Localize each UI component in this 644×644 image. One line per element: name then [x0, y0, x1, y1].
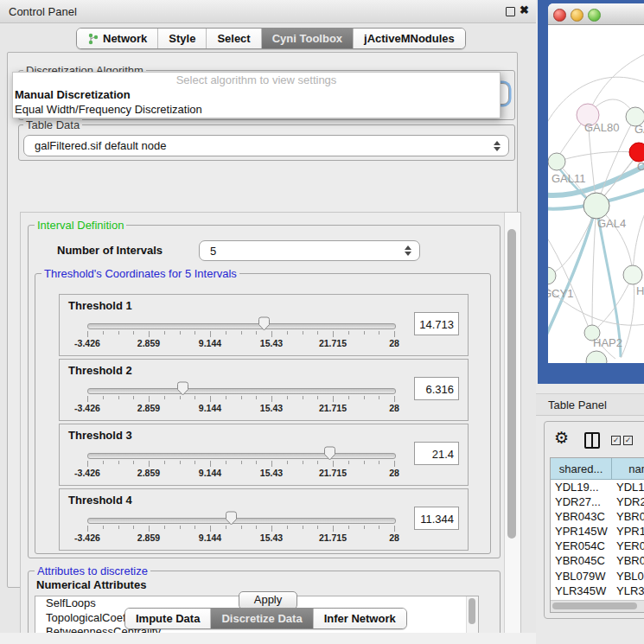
threshold-value-field[interactable]: 6.316 [414, 377, 459, 400]
gear-icon[interactable]: ⚙ [554, 428, 569, 447]
threshold-label: Threshold 1 [68, 299, 132, 312]
table-row[interactable]: YDL19...YDL19... [551, 480, 644, 494]
network-node[interactable] [623, 265, 642, 284]
tab-discretize-data[interactable]: Discretize Data [210, 609, 312, 628]
window-bottom-strip [0, 633, 536, 644]
threshold-value-field[interactable]: 11.344 [414, 507, 459, 530]
network-node[interactable] [548, 153, 565, 170]
table-cell[interactable]: YBR045C [551, 553, 612, 568]
network-edge[interactable] [557, 151, 631, 162]
table-cell[interactable]: YER054C [612, 539, 644, 553]
slider-track[interactable] [87, 453, 396, 459]
screen: Control Panel ✖ NetworkStyleSelectCyni T… [0, 0, 644, 644]
network-node-label: HAP2 [593, 336, 622, 349]
table-row[interactable]: YBR045CYBR045C [551, 553, 644, 568]
attributes-list-scrollbar[interactable] [466, 596, 478, 638]
slider-thumb[interactable] [176, 381, 189, 396]
table-cell[interactable]: YBL079W [551, 569, 612, 583]
table-cell[interactable]: YDL19... [612, 480, 644, 494]
table-cell[interactable]: YDR27... [612, 494, 644, 509]
table-horizontal-scrollbar[interactable] [551, 600, 644, 612]
window-title: Control Panel [9, 5, 77, 18]
table-column-header[interactable]: name [612, 458, 644, 480]
slider-ticks [87, 526, 394, 532]
tab-style[interactable]: Style [157, 29, 206, 48]
dropdown-placeholder: Select algorithm to view settings [13, 73, 500, 87]
number-of-intervals-combobox[interactable]: 5 [199, 240, 420, 261]
tab-label: Style [169, 32, 195, 45]
network-node-label: GCY1 [548, 287, 573, 300]
control-panel-tabs: NetworkStyleSelectCyni ToolboxjActiveMNo… [76, 28, 466, 49]
settings-vertical-scrollbar[interactable] [504, 213, 520, 636]
apply-button[interactable]: Apply [239, 591, 297, 609]
network-node-label: GAL11 [552, 172, 586, 185]
slider-thumb[interactable] [258, 316, 271, 331]
control-panel-titlebar: Control Panel ✖ [0, 0, 536, 23]
table-row[interactable]: YDR27...YDR27... [551, 494, 644, 509]
table-row[interactable]: YER054CYER054C [551, 539, 644, 553]
table-cell[interactable]: YBR045C [612, 553, 644, 568]
split-columns-icon[interactable] [584, 432, 600, 449]
threshold-value-field[interactable]: 21.4 [414, 442, 459, 465]
table-row[interactable]: YBL079WYBL079W [551, 569, 644, 583]
number-of-intervals-value: 5 [210, 245, 216, 258]
table-cell[interactable]: YER054C [551, 539, 612, 553]
slider-tick-labels: -3.4262.8599.14415.4321.71528 [87, 468, 394, 478]
table-cell[interactable]: YPR145W [551, 524, 612, 539]
tab-select[interactable]: Select [206, 29, 260, 48]
table-row[interactable]: YBR043CYBR043C [551, 509, 644, 524]
table-row[interactable]: YLR345WYLR345W [551, 583, 644, 598]
table-data-combobox-value: galFiltered.sif default node [35, 139, 166, 152]
network-canvas[interactable]: GAL80GACGAL11GAL4GCY1HHAP2 [548, 25, 644, 363]
network-node[interactable] [583, 193, 609, 219]
tab-infer-network[interactable]: Infer Network [313, 609, 406, 628]
threshold-value-field[interactable]: 14.713 [414, 312, 459, 335]
table-cell[interactable]: YLR345W [612, 583, 644, 598]
scrollbar-thumb[interactable] [507, 229, 516, 539]
table-cell[interactable]: YDR27... [551, 494, 612, 509]
table-cell[interactable]: YBR043C [551, 509, 612, 524]
checkbox-icon[interactable]: ✓ [611, 436, 621, 445]
tab-impute-data[interactable]: Impute Data [125, 609, 210, 628]
table-cell[interactable]: YPR145W [612, 524, 644, 539]
table-cell[interactable]: YLR345W [551, 583, 612, 598]
close-traffic-light-icon[interactable] [553, 9, 566, 22]
table-cell[interactable]: YBL079W [612, 569, 644, 583]
tab-label: Discretize Data [221, 612, 302, 625]
number-of-intervals-label: Number of Intervals [57, 244, 163, 257]
table-cell[interactable]: YBR043C [612, 509, 644, 524]
network-node[interactable] [548, 267, 556, 284]
slider-tick-labels: -3.4262.8599.14415.4321.71528 [87, 403, 394, 413]
network-node[interactable] [586, 351, 607, 363]
slider-thumb[interactable] [225, 511, 238, 526]
tab-jactivemnodules[interactable]: jActiveMNodules [353, 29, 465, 48]
float-window-icon[interactable] [506, 7, 515, 16]
zoom-traffic-light-icon[interactable] [588, 9, 601, 22]
network-edge[interactable] [592, 206, 596, 333]
table-column-header[interactable]: shared... [551, 458, 612, 480]
table-cell[interactable]: YDL19... [551, 480, 612, 494]
slider-track[interactable] [87, 518, 396, 524]
tab-cyni-toolbox[interactable]: Cyni Toolbox [261, 29, 353, 48]
checkbox-icon[interactable]: ✓ [623, 436, 633, 445]
slider-ticks [87, 396, 394, 403]
network-edge[interactable] [633, 198, 644, 269]
threshold-row: Threshold 4-3.4262.8599.14415.4321.71528… [59, 488, 469, 551]
table-data-combobox[interactable]: galFiltered.sif default node [23, 135, 509, 156]
dropdown-option-manual-discretization[interactable]: Manual Discretization [13, 87, 500, 102]
control-panel-window: Control Panel ✖ NetworkStyleSelectCyni T… [0, 0, 536, 644]
table-row[interactable]: YPR145WYPR145W [551, 524, 644, 539]
network-edge[interactable] [548, 217, 593, 276]
dropdown-option-equal-width-frequency[interactable]: Equal Width/Frequency Discretization [13, 102, 500, 117]
slider-thumb[interactable] [323, 446, 336, 461]
tab-network[interactable]: Network [77, 29, 157, 48]
slider-track[interactable] [87, 388, 396, 394]
network-edge[interactable] [588, 51, 644, 115]
tab-label: Select [217, 32, 250, 45]
numerical-attributes-label: Numerical Attributes [36, 578, 146, 591]
minimize-traffic-light-icon[interactable] [571, 9, 583, 22]
close-icon[interactable]: ✖ [520, 3, 529, 16]
slider-track[interactable] [87, 323, 396, 329]
network-node[interactable] [629, 143, 644, 162]
node-attribute-table[interactable]: shared...nameYDL19...YDL19...YDR27...YDR… [550, 457, 644, 613]
